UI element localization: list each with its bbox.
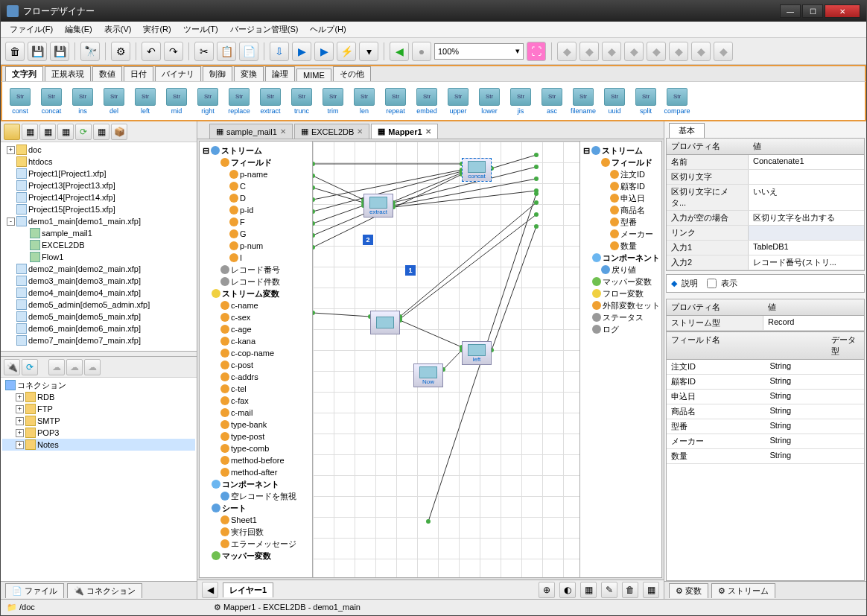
tab-stream[interactable]: ⚙ ストリーム [711, 583, 775, 598]
property-row[interactable]: 区切り文字にメタ...いいえ [667, 185, 864, 211]
mapper-node[interactable]: type-bank [201, 419, 311, 431]
close-icon[interactable]: ✕ [357, 127, 363, 136]
tree-node[interactable]: htdocs [2, 156, 195, 168]
mapper-node[interactable]: 空レコードを無視 [201, 490, 311, 502]
project-btn6[interactable]: ▦ [93, 124, 109, 140]
tree-toggle[interactable]: + [16, 441, 24, 449]
func-del[interactable]: Strdel [101, 88, 127, 115]
func-repeat[interactable]: Strrepeat [382, 88, 409, 115]
func-concat[interactable]: Strconcat [38, 88, 65, 115]
tree-node[interactable]: Project15[Project15.xfp] [2, 203, 195, 215]
func-tab[interactable]: その他 [333, 66, 371, 81]
mapper-node[interactable]: フィールド [582, 156, 660, 168]
property-grid-2[interactable]: プロパティ名値 ストリーム型Record [666, 299, 865, 331]
tree-node[interactable]: demo5_main[demo5_main.xfp] [2, 311, 195, 323]
close-icon[interactable]: ✕ [425, 127, 431, 136]
tree-node[interactable]: Flow1 [2, 251, 195, 263]
func-tab[interactable]: MIME [296, 69, 331, 81]
mapper-node[interactable]: レコード番号 [201, 264, 311, 276]
tree-node[interactable]: +SMTP [2, 415, 195, 427]
shape7-icon[interactable]: ◆ [691, 42, 711, 61]
func-tab[interactable]: バイナリ [155, 66, 201, 81]
shape4-icon[interactable]: ◆ [624, 42, 644, 61]
field-row[interactable]: 顧客IDString [667, 375, 864, 390]
tree-node[interactable]: +Notes [2, 439, 195, 451]
forward-icon[interactable]: ● [412, 42, 431, 61]
mapper-node[interactable]: レコード件数 [201, 276, 311, 288]
project-btn4[interactable]: ▦ [57, 124, 74, 140]
shape6-icon[interactable]: ◆ [669, 42, 688, 61]
tree-toggle[interactable]: - [7, 217, 15, 226]
editor-tab[interactable]: ▦Mapper1✕ [371, 124, 437, 139]
mapper-node[interactable]: 申込日 [582, 192, 660, 204]
menu-item[interactable]: ヘルプ(H) [305, 22, 350, 36]
property-row[interactable]: 区切り文字 [667, 170, 864, 185]
canvas-tool4[interactable]: ✎ [601, 582, 617, 598]
tree-node[interactable]: demo3_main[demo3_main.xfp] [2, 275, 195, 287]
maximize-button[interactable]: ☐ [802, 4, 823, 18]
conn-btn3[interactable]: ☁ [48, 359, 65, 375]
mapper-node[interactable]: c-cop-name [201, 347, 311, 359]
conn-btn4[interactable]: ☁ [66, 359, 83, 375]
field-row[interactable]: 商品名String [667, 404, 864, 419]
func-filename[interactable]: Strfilename [570, 88, 597, 115]
canvas-tool2[interactable]: ◐ [559, 582, 576, 598]
canvas-tool6[interactable]: ▦ [643, 582, 659, 598]
project-btn2[interactable]: ▦ [22, 124, 38, 140]
func-embed[interactable]: Strembed [413, 88, 440, 115]
tree-node[interactable]: demo6_main[demo6_main.xfp] [2, 323, 195, 334]
func-tab[interactable]: 制御 [203, 66, 232, 81]
mapper-node[interactable]: c-mail [201, 407, 311, 419]
field-row[interactable]: 型番String [667, 419, 864, 434]
tree-toggle[interactable]: + [16, 429, 24, 437]
layer-prev-icon[interactable]: ◀ [202, 582, 218, 598]
property-row[interactable]: 入力2レコード番号(ストリ... [667, 255, 864, 270]
func-tab[interactable]: 正規表現 [45, 66, 91, 81]
mapper-node[interactable]: ストリーム変数 [201, 288, 311, 299]
func-tab[interactable]: 日付 [124, 66, 153, 81]
field-row[interactable]: 数量String [667, 449, 864, 464]
mapper-node[interactable]: フィールド [201, 156, 311, 168]
menu-item[interactable]: 実行(R) [139, 22, 175, 36]
mapper-canvas[interactable]: concatextractleftNow12 [313, 142, 579, 577]
canvas-node[interactable]: left [462, 341, 492, 365]
tree-node[interactable]: EXCEL2DB [2, 239, 195, 251]
minimize-button[interactable]: — [780, 4, 801, 18]
close-button[interactable]: ✕ [825, 4, 860, 18]
tree-toggle[interactable]: + [7, 146, 15, 154]
tree-node[interactable]: Project13[Project13.xfp] [2, 180, 195, 191]
paste-icon[interactable]: 📄 [239, 42, 258, 61]
redo-icon[interactable]: ↷ [164, 42, 183, 61]
mapper-node[interactable]: マッパー変数 [201, 550, 311, 562]
func-left[interactable]: Strleft [132, 88, 159, 115]
conn-btn1[interactable]: 🔌 [4, 359, 20, 375]
canvas-node[interactable]: concat [462, 158, 492, 182]
mapper-node[interactable]: p-num [201, 240, 311, 252]
play-icon[interactable]: ▶ [292, 42, 311, 61]
mapper-node[interactable]: c-name [201, 299, 311, 311]
mapper-node[interactable]: シート [201, 502, 311, 514]
property-row[interactable]: 名前Concatenate1 [667, 155, 864, 170]
layer-tab[interactable]: レイヤー1 [223, 582, 273, 597]
func-ins[interactable]: Strins [69, 88, 96, 115]
tab-basic[interactable]: 基本 [669, 123, 705, 138]
mapper-node[interactable]: C [201, 180, 311, 192]
tab-variables[interactable]: ⚙ 変数 [669, 583, 708, 598]
tree-node[interactable]: -demo1_main[demo1_main.xfp] [2, 215, 195, 227]
func-extract[interactable]: Strextract [257, 88, 284, 115]
mapper-node[interactable]: 注文ID [582, 168, 660, 180]
tab-connection[interactable]: 🔌 コネクション [67, 583, 142, 598]
mapper-node[interactable]: c-fax [201, 395, 311, 407]
mapper-node[interactable]: ログ [582, 323, 660, 335]
func-mid[interactable]: Strmid [163, 88, 190, 115]
project-btn3[interactable]: ▦ [39, 124, 56, 140]
canvas-node[interactable]: extract [363, 194, 393, 217]
tree-node[interactable]: +POP3 [2, 427, 195, 439]
func-const[interactable]: Strconst [7, 88, 34, 115]
copy-icon[interactable]: 📋 [217, 42, 236, 61]
field-row[interactable]: メーカーString [667, 434, 864, 449]
menu-item[interactable]: ツール(T) [179, 22, 223, 36]
mapper-node[interactable]: F [201, 216, 311, 228]
func-right[interactable]: Strright [194, 88, 221, 115]
binoculars-icon[interactable]: 🔭 [80, 42, 100, 61]
